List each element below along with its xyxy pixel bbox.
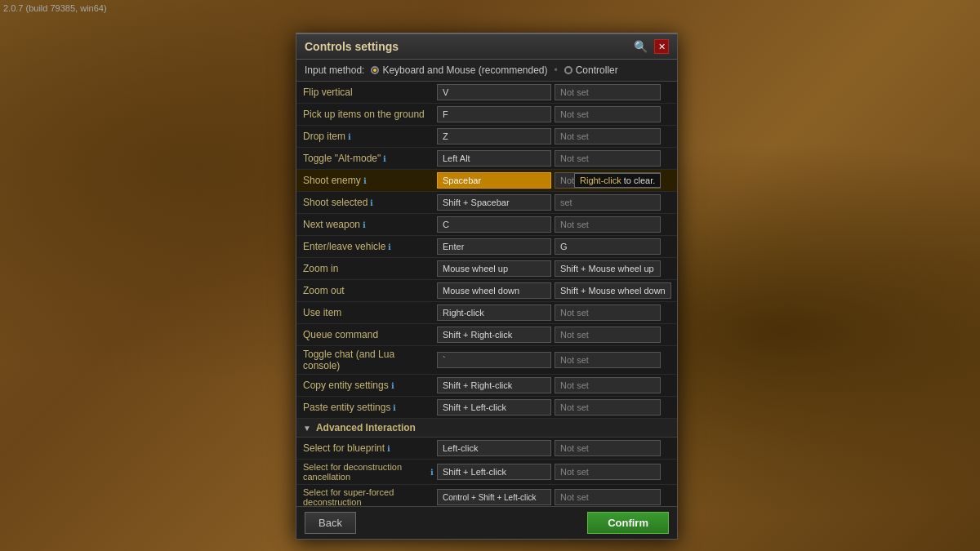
secondary-key-copy-entity[interactable]: Not set	[555, 377, 661, 393]
info-icon-drop-item[interactable]: ℹ	[348, 132, 351, 141]
primary-key-enter-vehicle[interactable]: Enter	[437, 238, 551, 255]
controls-settings-dialog: Controls settings 🔍 ✕ Input method: Keyb…	[296, 33, 678, 540]
secondary-key-select-blueprint[interactable]: Not set	[555, 440, 661, 456]
primary-key-decon-cancel[interactable]: Shift + Left-click	[437, 464, 551, 480]
row-alt-mode: Toggle "Alt-mode" ℹ Left Alt Not set	[296, 148, 677, 170]
row-next-weapon: Next weapon ℹ C Not set	[296, 214, 677, 236]
primary-key-pickup[interactable]: F	[437, 106, 551, 122]
right-click-clear-tooltip: Right-click to clear.	[574, 173, 661, 188]
dialog-titlebar: Controls settings 🔍 ✕	[296, 34, 677, 60]
primary-key-copy-entity[interactable]: Shift + Right-click	[437, 377, 551, 393]
dialog-title: Controls settings	[305, 40, 399, 53]
section-label: Advanced Interaction	[316, 422, 416, 433]
tooltip-right-click-text: Right-click	[580, 176, 621, 185]
primary-key-shoot-selected[interactable]: Shift + Spacebar	[437, 194, 551, 211]
search-icon[interactable]: 🔍	[634, 40, 648, 53]
row-shoot-enemy: Shoot enemy ℹ Spacebar Not set Right-cli…	[296, 170, 677, 192]
info-icon-copy-entity[interactable]: ℹ	[391, 381, 394, 390]
row-shoot-selected: Shoot selected ℹ Shift + Spacebar set	[296, 192, 677, 214]
secondary-key-drop[interactable]: Not set	[555, 128, 661, 144]
primary-key-flip-vertical[interactable]: V	[437, 84, 551, 100]
secondary-key-use-item[interactable]: Not set	[555, 304, 661, 321]
controller-radio-dot	[564, 66, 572, 74]
primary-flip-vertical[interactable]: V	[437, 84, 551, 100]
row-drop-item: Drop item ℹ Z Not set	[296, 126, 677, 148]
info-icon-enter-vehicle[interactable]: ℹ	[388, 242, 391, 251]
confirm-button[interactable]: Confirm	[587, 512, 669, 534]
row-copy-entity: Copy entity settings ℹ Shift + Right-cli…	[296, 375, 677, 397]
row-zoom-in: Zoom in Mouse wheel up Shift + Mouse whe…	[296, 258, 677, 280]
row-zoom-out: Zoom out Mouse wheel down Shift + Mouse …	[296, 280, 677, 302]
keyboard-mouse-radio[interactable]: Keyboard and Mouse (recommended)	[371, 64, 547, 76]
keybinds-list[interactable]: Flip vertical V Not set Pick up items on…	[296, 82, 677, 506]
info-icon-decon-cancel[interactable]: ℹ	[430, 468, 434, 477]
dialog-footer: Back Confirm	[296, 506, 677, 539]
primary-key-paste-entity[interactable]: Shift + Left-click	[437, 399, 551, 415]
info-icon-paste-entity[interactable]: ℹ	[393, 403, 396, 412]
primary-key-select-blueprint[interactable]: Left-click	[437, 440, 551, 456]
keyboard-mouse-radio-dot	[371, 66, 379, 74]
primary-key-shoot-enemy[interactable]: Spacebar	[437, 172, 551, 189]
info-icon-select-blueprint[interactable]: ℹ	[387, 444, 390, 453]
row-flip-vertical: Flip vertical V Not set	[296, 82, 677, 104]
primary-key-next-weapon[interactable]: C	[437, 216, 551, 233]
primary-key-zoom-out[interactable]: Mouse wheel down	[437, 282, 551, 299]
row-enter-vehicle: Enter/leave vehicle ℹ Enter G	[296, 236, 677, 258]
secondary-key-flip-vertical[interactable]: Not set	[555, 84, 661, 100]
primary-key-queue[interactable]: Shift + Right-click	[437, 327, 551, 343]
row-super-forced-decon: Select for super-forced deconstruction C…	[296, 485, 677, 506]
secondary-key-enter-vehicle[interactable]: G	[555, 238, 661, 255]
info-icon-shoot-selected[interactable]: ℹ	[370, 198, 373, 207]
secondary-key-pickup[interactable]: Not set	[555, 106, 661, 122]
secondary-key-queue[interactable]: Not set	[555, 327, 661, 343]
secondary-key-super-decon[interactable]: Not set	[555, 489, 661, 505]
row-queue-command: Queue command Shift + Right-click Not se…	[296, 324, 677, 346]
row-decon-cancel: Select for deconstruction cancellation ℹ…	[296, 460, 677, 485]
info-icon-next-weapon[interactable]: ℹ	[363, 220, 366, 229]
secondary-key-toggle-chat[interactable]: Not set	[555, 352, 661, 368]
chevron-icon: ▼	[303, 424, 311, 433]
controller-label: Controller	[576, 64, 618, 76]
primary-key-toggle-chat[interactable]: `	[437, 352, 551, 368]
row-select-blueprint: Select for blueprint ℹ Left-click Not se…	[296, 438, 677, 460]
primary-key-drop[interactable]: Z	[437, 128, 551, 144]
secondary-key-shoot-selected[interactable]: set	[555, 194, 661, 211]
secondary-flip-vertical[interactable]: Not set	[555, 84, 661, 100]
secondary-key-alt-mode[interactable]: Not set	[555, 150, 661, 167]
secondary-key-paste-entity[interactable]: Not set	[555, 399, 661, 415]
tooltip-rest-text: to clear.	[621, 176, 656, 185]
row-paste-entity: Paste entity settings ℹ Shift + Left-cli…	[296, 397, 677, 419]
info-icon-shoot-enemy[interactable]: ℹ	[363, 176, 367, 185]
section-advanced-interaction[interactable]: ▼ Advanced Interaction	[296, 419, 677, 438]
info-icon-alt-mode[interactable]: ℹ	[383, 154, 386, 163]
row-use-item: Use item Right-click Not set	[296, 302, 677, 324]
secondary-key-decon-cancel[interactable]: Not set	[555, 464, 661, 480]
primary-key-zoom-in[interactable]: Mouse wheel up	[437, 260, 551, 277]
primary-key-alt-mode[interactable]: Left Alt	[437, 150, 551, 167]
secondary-key-zoom-out[interactable]: Shift + Mouse wheel down	[555, 282, 671, 299]
input-method-bar: Input method: Keyboard and Mouse (recomm…	[296, 60, 677, 82]
label-flip-vertical: Flip vertical	[303, 87, 434, 98]
back-button[interactable]: Back	[305, 512, 356, 534]
controller-radio[interactable]: Controller	[564, 64, 618, 76]
version-text: 2.0.7 (build 79385, win64)	[3, 3, 107, 13]
primary-key-use-item[interactable]: Right-click	[437, 304, 551, 321]
secondary-key-next-weapon[interactable]: Not set	[555, 216, 661, 233]
input-method-label: Input method:	[305, 64, 364, 76]
close-button[interactable]: ✕	[654, 39, 669, 54]
secondary-key-zoom-in[interactable]: Shift + Mouse wheel up	[555, 260, 661, 277]
row-toggle-chat: Toggle chat (and Lua console) ` Not set	[296, 346, 677, 375]
primary-key-super-decon[interactable]: Control + Shift + Left-click	[437, 489, 551, 505]
keyboard-mouse-label: Keyboard and Mouse (recommended)	[382, 64, 547, 76]
row-pickup-items: Pick up items on the ground F Not set	[296, 104, 677, 126]
